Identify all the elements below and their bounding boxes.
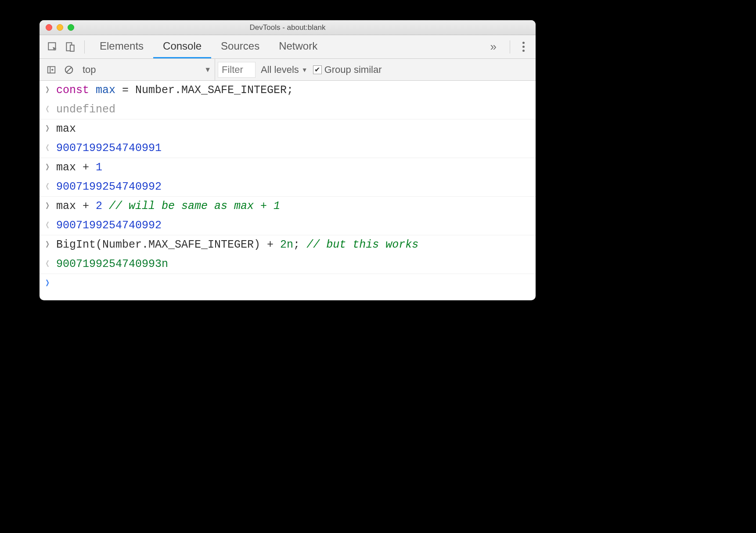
panel-tabs: ElementsConsoleSourcesNetwork [90,35,482,58]
input-chevron-icon: ❯ [45,162,56,172]
console-input-line: ❯max [40,119,536,139]
context-value: top [83,64,96,76]
window-title: DevTools - about:blank [40,23,536,32]
window-controls [40,24,74,31]
group-similar-label: Group similar [324,64,382,76]
tab-console[interactable]: Console [153,35,211,58]
log-levels-select[interactable]: All levels ▼ [258,64,310,76]
console-input-line: ❯max + 1 [40,158,536,177]
settings-menu-icon[interactable] [515,42,531,52]
more-tabs-icon[interactable]: » [482,40,504,54]
device-toolbar-icon[interactable] [61,39,79,55]
code-content: max [56,123,76,135]
code-content: BigInt(Number.MAX_SAFE_INTEGER) + 2n; //… [56,239,418,251]
tab-elements[interactable]: Elements [90,35,153,58]
output-chevron-icon: ❮ [45,220,56,230]
code-content: 9007199254740991 [56,142,162,155]
code-content: max + 2 // will be same as max + 1 [56,200,280,212]
devtools-tab-bar: ElementsConsoleSourcesNetwork » [40,35,536,59]
console-output-line: ❮9007199254740992 [40,177,536,197]
levels-label: All levels [261,64,299,76]
show-console-sidebar-icon[interactable] [44,65,59,75]
console-input-line: ❯const max = Number.MAX_SAFE_INTEGER; [40,81,536,100]
input-chevron-icon: ❯ [45,123,56,133]
code-content: undefined [56,104,115,116]
code-content: 9007199254740993n [56,258,168,270]
tab-network[interactable]: Network [269,35,327,58]
code-content: const max = Number.MAX_SAFE_INTEGER; [56,84,293,97]
output-chevron-icon: ❮ [45,142,56,153]
console-output-line: ❮undefined [40,100,536,120]
separator [84,40,85,54]
dropdown-icon: ▼ [204,66,211,74]
input-chevron-icon: ❯ [45,239,56,249]
console-output-line: ❮9007199254740993n [40,255,536,274]
output-chevron-icon: ❮ [45,104,56,114]
dropdown-icon: ▼ [302,66,308,73]
code-content: 9007199254740992 [56,181,162,193]
group-similar-checkbox[interactable]: ✔ [313,65,322,74]
devtools-window: DevTools - about:blank ElementsConsoleSo… [40,20,536,300]
output-chevron-icon: ❮ [45,181,56,191]
console-input-line: ❯max + 2 // will be same as max + 1 [40,197,536,216]
console-output-line: ❮9007199254740991 [40,139,536,158]
tab-sources[interactable]: Sources [211,35,269,58]
code-content: 9007199254740992 [56,220,162,232]
console-input-line: ❯BigInt(Number.MAX_SAFE_INTEGER) + 2n; /… [40,235,536,255]
titlebar: DevTools - about:blank [40,20,536,35]
execution-context-select[interactable]: top ▼ [79,59,215,80]
prompt-chevron-icon: ❯ [45,277,56,288]
close-window-button[interactable] [46,24,52,31]
output-chevron-icon: ❮ [45,258,56,269]
svg-rect-2 [70,45,74,51]
console-output: ❯const max = Number.MAX_SAFE_INTEGER;❮un… [40,81,536,300]
console-prompt[interactable]: ❯ [40,274,536,300]
console-output-line: ❮9007199254740992 [40,216,536,236]
code-content: max + 1 [56,162,102,174]
clear-console-icon[interactable] [61,65,76,75]
separator [510,40,510,54]
zoom-window-button[interactable] [68,24,74,31]
filter-input[interactable] [218,62,256,78]
inspect-element-icon[interactable] [44,39,61,55]
input-chevron-icon: ❯ [45,200,56,211]
console-filter-bar: top ▼ All levels ▼ ✔ Group similar [40,59,536,81]
input-chevron-icon: ❯ [45,84,56,95]
minimize-window-button[interactable] [57,24,63,31]
